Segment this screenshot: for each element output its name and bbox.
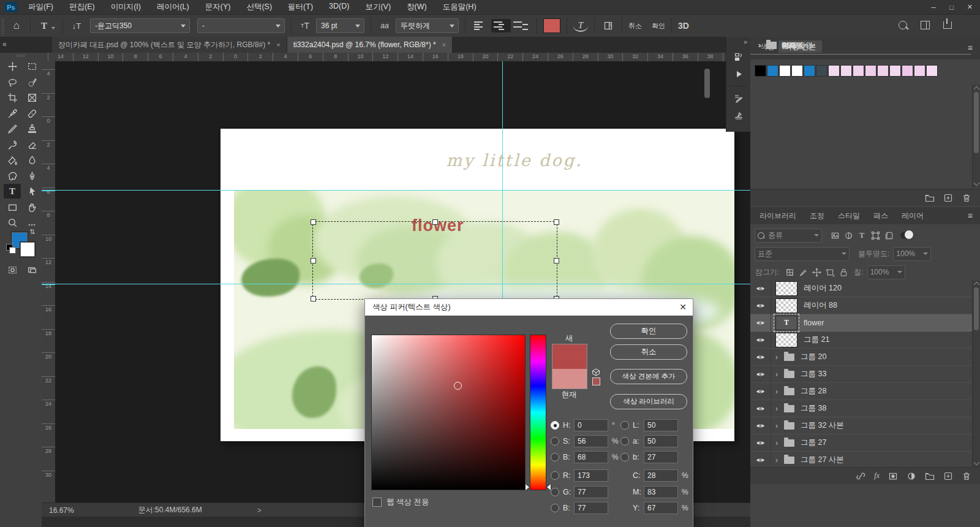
- toggle-panels-icon[interactable]: [601, 18, 616, 33]
- layer-visibility-toggle[interactable]: [750, 452, 771, 467]
- dodge-tool[interactable]: [4, 169, 21, 183]
- layer-thumbnail[interactable]: T: [775, 281, 797, 296]
- layer-name[interactable]: 그룹 32 사본: [801, 420, 844, 431]
- color-field-marker[interactable]: [454, 382, 462, 390]
- path-selection-tool[interactable]: [23, 184, 40, 199]
- history-brush-tool[interactable]: [4, 137, 21, 152]
- hand-tool[interactable]: [23, 200, 40, 214]
- screen-mode-icon[interactable]: [23, 262, 40, 277]
- close-button[interactable]: ✕: [967, 3, 973, 11]
- shape-tool[interactable]: [4, 200, 21, 214]
- menu-item[interactable]: 문자(Y): [205, 2, 231, 12]
- menu-item[interactable]: 선택(S): [246, 2, 272, 12]
- layer-visibility-toggle[interactable]: [750, 434, 771, 451]
- field-value[interactable]: 50: [644, 419, 678, 431]
- layer-visibility-toggle[interactable]: [750, 280, 771, 297]
- color-swatch[interactable]: [902, 65, 913, 77]
- color-swatch[interactable]: [926, 65, 938, 77]
- field-value[interactable]: 28: [644, 469, 678, 482]
- lock-transparency-icon[interactable]: [783, 267, 796, 278]
- color-swatch[interactable]: [840, 65, 852, 77]
- transform-handle[interactable]: [554, 258, 559, 264]
- eyedropper-tool[interactable]: [4, 106, 21, 121]
- layer-visibility-toggle[interactable]: [750, 400, 771, 417]
- trash-icon[interactable]: [962, 193, 971, 203]
- radio-button[interactable]: [620, 437, 629, 445]
- group-chevron-icon[interactable]: ›: [775, 404, 783, 413]
- radio-button[interactable]: [551, 488, 559, 496]
- transform-bounding-box[interactable]: [312, 221, 557, 300]
- transform-handle[interactable]: [554, 219, 559, 225]
- group-chevron-icon[interactable]: ›: [775, 422, 783, 430]
- color-swatch[interactable]: [877, 65, 889, 77]
- new-layer-icon[interactable]: [943, 471, 953, 481]
- web-colors-checkbox[interactable]: [372, 498, 382, 507]
- tool-presets-panel-icon[interactable]: [731, 109, 746, 123]
- text-color-swatch[interactable]: [543, 18, 560, 33]
- font-style-select[interactable]: -: [197, 18, 285, 33]
- type-tool[interactable]: T: [4, 184, 21, 199]
- color-swatch[interactable]: [865, 65, 876, 77]
- zoom-tool[interactable]: [4, 215, 21, 230]
- layer-visibility-toggle[interactable]: [750, 297, 771, 314]
- menu-item[interactable]: 필터(T): [288, 2, 313, 12]
- layer-name[interactable]: flower: [804, 319, 824, 327]
- radio-button[interactable]: [551, 421, 559, 430]
- layer-row[interactable]: › T 그룹 38: [750, 400, 980, 417]
- panel-menu-icon[interactable]: ≡: [968, 211, 973, 221]
- layer-name[interactable]: 레이어 88: [804, 300, 837, 311]
- anti-alias-select[interactable]: 뚜렷하게: [396, 18, 459, 33]
- field-value[interactable]: 0: [574, 419, 608, 431]
- home-icon[interactable]: ⌂: [9, 18, 24, 33]
- status-chevron-icon[interactable]: >: [257, 506, 262, 515]
- layer-name[interactable]: 레이어 120: [804, 283, 842, 294]
- layer-name[interactable]: 그룹 20: [801, 352, 826, 362]
- filter-toggle-switch[interactable]: [900, 232, 914, 239]
- layers-panel-tab[interactable]: 패스: [868, 210, 894, 222]
- add-to-swatches-button[interactable]: 색상 견본에 추가: [610, 369, 687, 384]
- field-value[interactable]: 50: [644, 435, 678, 447]
- color-swatch[interactable]: [755, 65, 766, 77]
- workspace-switcher-icon[interactable]: [921, 21, 930, 29]
- font-family-select[interactable]: -윤고딕350: [90, 18, 190, 33]
- new-adjustment-layer-icon[interactable]: [907, 471, 916, 481]
- lock-pixels-icon[interactable]: [796, 267, 810, 278]
- filter-pixel-layers-icon[interactable]: [828, 230, 842, 241]
- field-value[interactable]: 77: [574, 486, 608, 498]
- menu-item[interactable]: 레이어(L): [157, 2, 189, 12]
- commit-edits-button[interactable]: 확인: [652, 21, 665, 31]
- menu-item[interactable]: 창(W): [407, 2, 427, 12]
- dock-expand-icon[interactable]: »: [744, 38, 747, 45]
- menu-item[interactable]: 보기(V): [365, 2, 391, 12]
- transform-handle[interactable]: [311, 296, 316, 301]
- group-chevron-icon[interactable]: ›: [775, 387, 783, 396]
- layer-row[interactable]: › T 그룹 33: [750, 366, 980, 383]
- menu-item[interactable]: 이미지(I): [111, 2, 141, 12]
- layer-effects-icon[interactable]: fx: [874, 471, 880, 480]
- brush-settings-panel-icon[interactable]: [731, 92, 746, 105]
- color-swatch[interactable]: [816, 65, 827, 77]
- document-tab[interactable]: ti332a2404.psd @ 16.7% (flower, RGB/8*) …: [287, 37, 453, 53]
- layer-row[interactable]: › T 그룹 27 사본: [750, 452, 980, 467]
- radio-button[interactable]: [551, 471, 559, 480]
- quick-selection-tool[interactable]: [23, 75, 40, 89]
- cancel-button[interactable]: 취소: [610, 344, 687, 360]
- field-value[interactable]: 77: [574, 502, 608, 514]
- color-swatch[interactable]: [767, 65, 778, 77]
- layer-name[interactable]: 그룹 27 사본: [801, 455, 844, 465]
- layer-thumbnail[interactable]: T: [775, 316, 797, 330]
- blend-mode-select[interactable]: 표준: [755, 247, 850, 261]
- color-swatch[interactable]: [914, 65, 925, 77]
- quick-mask-icon[interactable]: [4, 262, 21, 277]
- group-chevron-icon[interactable]: ›: [775, 439, 783, 447]
- blur-tool[interactable]: [23, 153, 40, 167]
- layer-row[interactable]: › T 그룹 27: [750, 434, 980, 452]
- swatch-group-row[interactable]: › 순수: [750, 37, 971, 55]
- trash-icon[interactable]: [962, 471, 971, 481]
- type-tool-preset-icon[interactable]: T: [37, 18, 51, 33]
- transform-handle[interactable]: [311, 219, 316, 225]
- horizontal-ruler[interactable]: 1412108642024681012141618202224262830323…: [42, 53, 750, 62]
- layer-thumbnail[interactable]: T: [775, 298, 797, 313]
- radio-button[interactable]: [620, 453, 629, 461]
- brush-tool[interactable]: [4, 121, 21, 136]
